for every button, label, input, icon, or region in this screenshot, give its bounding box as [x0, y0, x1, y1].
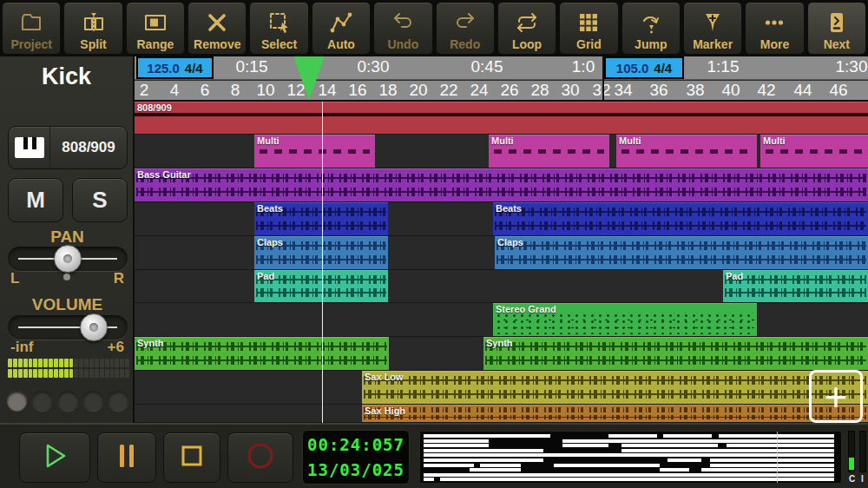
- mute-button[interactable]: M: [8, 178, 63, 222]
- split-icon: [82, 8, 106, 37]
- toolbar-button-marker[interactable]: Marker: [683, 2, 742, 55]
- toolbar-button-label: Next: [824, 37, 850, 51]
- toolbar-button-more[interactable]: More: [745, 2, 804, 55]
- bar-ruler[interactable]: 2468101214161820222426283032343638404244…: [135, 81, 868, 102]
- stop-button[interactable]: [163, 432, 220, 483]
- overview-clip-bar: [424, 464, 474, 467]
- automation-icon: [329, 8, 353, 37]
- daw-app: ProjectSplitRangeRemoveSelectAutoUndoRed…: [0, 0, 868, 488]
- toolbar-button-select[interactable]: Select: [249, 2, 308, 55]
- clip-claps[interactable]: Claps: [495, 236, 868, 269]
- clip-claps[interactable]: Claps: [254, 236, 388, 269]
- toolbar-button-undo[interactable]: Undo: [373, 2, 432, 55]
- toolbar-button-split[interactable]: Split: [63, 2, 122, 55]
- volume-knob[interactable]: [80, 313, 108, 341]
- meter-segment: [13, 359, 17, 367]
- meter-segment: [110, 359, 115, 367]
- overview-clip-bar: [424, 449, 543, 452]
- pan-center-detent: [63, 274, 70, 280]
- clip-pad[interactable]: Pad: [723, 270, 868, 302]
- clip-synth[interactable]: Synth: [135, 337, 389, 370]
- record-button[interactable]: [227, 432, 293, 483]
- overview-clip-bar: [424, 473, 834, 477]
- playhead-marker[interactable]: [293, 56, 325, 100]
- volume-slider[interactable]: [8, 315, 128, 340]
- page-dot-3[interactable]: [83, 391, 103, 411]
- track-row-stereo-grand: Stereo Grand: [135, 303, 868, 337]
- tempo-marker[interactable]: 125.04/4: [136, 56, 214, 79]
- pan-slider[interactable]: [8, 247, 128, 271]
- track-control-panel: Kick 808/909 M S PAN L R VOLUME: [0, 56, 135, 423]
- meter-segment: [100, 359, 104, 367]
- page-dot-1[interactable]: [32, 391, 52, 411]
- clip-sax-low[interactable]: Sax Low: [362, 371, 868, 404]
- bar-number: 38: [686, 81, 704, 100]
- bar-number: 28: [530, 81, 549, 100]
- toolbar-button-range[interactable]: Range: [126, 2, 185, 55]
- overview-clip-bar: [660, 468, 689, 472]
- add-track-button[interactable]: +: [809, 370, 863, 423]
- tempo-marker[interactable]: 105.04/4: [604, 56, 684, 79]
- bar-number: 8: [231, 81, 240, 100]
- page-dot-2[interactable]: [58, 391, 78, 411]
- meter-segment: [95, 369, 99, 378]
- toolbar-button-remove[interactable]: Remove: [187, 2, 247, 55]
- overview-clip-bar: [424, 444, 489, 447]
- time-ruler-label: 1:15: [707, 57, 740, 76]
- toolbar-button-auto[interactable]: Auto: [312, 2, 371, 55]
- meter-segment: [105, 369, 109, 378]
- clip-multi[interactable]: Multi: [760, 135, 868, 168]
- time-ruler[interactable]: 0:150:300:451:01:151:30125.04/4105.04/4: [135, 56, 868, 80]
- meter-segment: [49, 369, 53, 378]
- meter-segment: [105, 359, 109, 367]
- meter-segment: [64, 369, 69, 378]
- clip-multi[interactable]: Multi: [616, 135, 757, 168]
- clip-bass-guitar[interactable]: Bass Guitar: [135, 168, 868, 201]
- clip-label: Multi: [257, 135, 279, 146]
- time-signature: 4/4: [185, 61, 203, 76]
- tempo-change-line: [602, 56, 604, 102]
- clip-beats[interactable]: Beats: [254, 202, 388, 235]
- project-overview-minimap[interactable]: [419, 431, 842, 484]
- tempo-bpm: 125.0: [147, 61, 180, 76]
- play-button[interactable]: [19, 432, 90, 483]
- pause-button[interactable]: [97, 432, 156, 483]
- clip-beats[interactable]: Beats: [493, 202, 868, 235]
- clip-label: Sax High: [365, 406, 405, 416]
- page-dot-0[interactable]: [7, 391, 27, 411]
- toolbar-button-loop[interactable]: Loop: [497, 2, 556, 55]
- clip-pad[interactable]: Pad: [254, 270, 388, 302]
- page-dot-4[interactable]: [108, 391, 128, 411]
- bar-number: 36: [649, 81, 667, 100]
- toolbar-button-label: Split: [80, 37, 106, 51]
- bar-number: 18: [378, 81, 397, 100]
- track-lanes: 808/909MultiMultiMultiMultiBass GuitarBe…: [135, 102, 868, 423]
- instrument-button[interactable]: 808/909: [8, 126, 128, 169]
- clip-label: Sax Low: [365, 372, 404, 382]
- clip-synth[interactable]: Synth: [483, 337, 868, 370]
- bar-number: 46: [829, 81, 847, 100]
- track-row-beats: BeatsBeats: [135, 202, 868, 236]
- toolbar-button-jump[interactable]: Jump: [621, 2, 681, 55]
- meter-segment: [95, 359, 99, 367]
- meter-segment: [33, 359, 37, 367]
- time-ruler-label: 1:30: [836, 57, 868, 76]
- track-row-sax-low: Sax Low: [135, 371, 868, 405]
- clip-808-909[interactable]: 808/909: [135, 102, 868, 134]
- toolbar-button-grid[interactable]: Grid: [559, 2, 618, 55]
- clip-label: Beats: [496, 203, 522, 214]
- solo-button[interactable]: S: [72, 178, 128, 222]
- pan-label: PAN: [0, 228, 135, 247]
- clip-multi[interactable]: Multi: [489, 135, 609, 168]
- clip-multi[interactable]: Multi: [254, 135, 375, 168]
- meter-segment: [84, 369, 89, 378]
- clip-stereo-grand[interactable]: Stereo Grand: [493, 303, 757, 336]
- toolbar-button-next[interactable]: Next: [807, 2, 866, 55]
- pan-knob[interactable]: [54, 245, 82, 273]
- clip-sax-high[interactable]: Sax High: [362, 405, 868, 422]
- bar-number: 26: [500, 81, 518, 100]
- pan-left-label: L: [10, 270, 19, 287]
- toolbar-button-redo[interactable]: Redo: [436, 2, 495, 55]
- toolbar-button-project[interactable]: Project: [2, 2, 61, 55]
- overview-position-line: [777, 432, 778, 483]
